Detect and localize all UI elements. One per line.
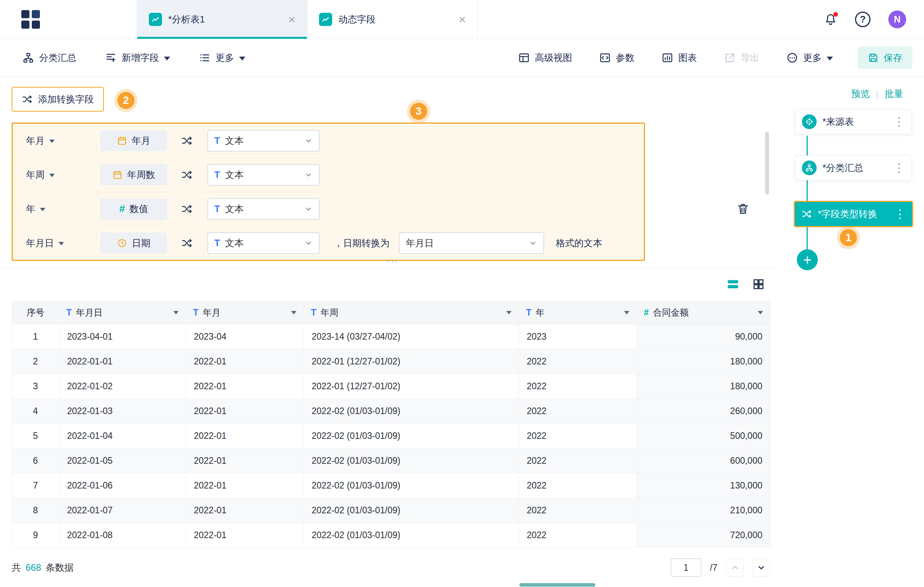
cell-week: 2022-02 (01/03-01/09) bbox=[304, 424, 519, 449]
tab-dynamic-fields[interactable]: 动态字段 × bbox=[307, 0, 478, 38]
cell-amount: 130,000 bbox=[637, 473, 771, 498]
delete-row-button[interactable] bbox=[736, 200, 753, 217]
vertical-scrollbar-thumb[interactable] bbox=[765, 132, 769, 195]
batch-link[interactable]: 批量 bbox=[884, 88, 903, 100]
shuffle-icon bbox=[181, 237, 193, 249]
tab-analysis-sheet[interactable]: *分析表1 × bbox=[137, 0, 307, 38]
data-table: 序号 T年月日 T年月 T年周 T年 #合同金额 1 2023-04-01 20… bbox=[12, 301, 770, 548]
date-format-select[interactable]: 年月日 bbox=[399, 232, 544, 254]
filter-caret-icon[interactable] bbox=[291, 311, 297, 314]
page-down-button[interactable] bbox=[752, 559, 770, 577]
target-type-select[interactable]: T 文本 bbox=[207, 130, 320, 152]
cell-date: 2022-01-06 bbox=[59, 473, 186, 498]
cell-index: 4 bbox=[12, 399, 59, 424]
step-badge-1: 1 bbox=[840, 229, 857, 246]
cell-amount: 180,000 bbox=[637, 374, 771, 399]
top-tab-bar: *分析表1 × 动态字段 × ? N bbox=[0, 0, 924, 39]
add-transform-field-button[interactable]: 添加转换字段 bbox=[12, 87, 104, 112]
chevron-down-icon bbox=[164, 57, 170, 60]
field-select[interactable]: 年周 bbox=[26, 169, 100, 181]
calendar-icon bbox=[117, 136, 127, 146]
cell-date: 2022-01-07 bbox=[59, 498, 186, 523]
filter-caret-icon[interactable] bbox=[506, 311, 512, 314]
tab-label: *分析表1 bbox=[168, 13, 205, 26]
more-right-label: 更多 bbox=[803, 52, 822, 64]
text-type-icon: T bbox=[526, 307, 531, 318]
grid-view-toggle[interactable] bbox=[751, 277, 766, 292]
field-type-label: 年周数 bbox=[127, 169, 155, 181]
cell-year: 2022 bbox=[519, 399, 637, 424]
preview-link[interactable]: 预览 bbox=[851, 88, 870, 100]
target-type-select[interactable]: T 文本 bbox=[207, 232, 320, 254]
cell-month: 2022-01 bbox=[186, 424, 304, 449]
close-icon[interactable]: × bbox=[288, 13, 295, 26]
node-label: *来源表 bbox=[822, 116, 888, 128]
flow-node-type-conversion[interactable]: *字段类型转换 ⋮ bbox=[794, 201, 913, 227]
table-row: 8 2022-01-07 2022-01 2022-02 (01/03-01/0… bbox=[12, 498, 771, 523]
kebab-menu-icon[interactable]: ⋮ bbox=[893, 162, 905, 174]
field-name: 年周 bbox=[26, 169, 45, 181]
add-node-button[interactable]: + bbox=[797, 249, 818, 270]
chevron-down-icon bbox=[827, 57, 833, 60]
cell-index: 1 bbox=[12, 325, 59, 349]
date-convert-label: ，日期转换为 bbox=[334, 237, 390, 249]
panel-resize-handle[interactable]: ⋯ bbox=[372, 255, 415, 267]
more-right-button[interactable]: 更多 bbox=[786, 52, 833, 64]
notification-bell-icon[interactable] bbox=[824, 13, 837, 26]
add-field-button[interactable]: 新增字段 bbox=[105, 52, 170, 64]
column-header-date[interactable]: T年月日 bbox=[59, 301, 186, 325]
kebab-menu-icon[interactable]: ⋮ bbox=[894, 208, 906, 220]
chart-button[interactable]: 图表 bbox=[662, 52, 697, 64]
flow-node-group-summary[interactable]: *分类汇总 ⋮ bbox=[795, 155, 912, 180]
filter-caret-icon[interactable] bbox=[624, 311, 629, 314]
chevron-down-icon bbox=[304, 239, 313, 247]
cell-index: 2 bbox=[12, 349, 59, 374]
shuffle-icon bbox=[181, 203, 193, 215]
cell-date: 2022-01-01 bbox=[59, 349, 186, 374]
table-footer: 共 668 条数据 /7 bbox=[12, 558, 770, 578]
field-select[interactable]: 年 bbox=[26, 203, 100, 215]
text-type-icon: T bbox=[311, 307, 316, 318]
chevron-down-icon bbox=[304, 171, 313, 179]
cell-index: 9 bbox=[12, 523, 59, 548]
flow-node-source-table[interactable]: *来源表 ⋮ bbox=[795, 109, 912, 134]
filter-caret-icon[interactable] bbox=[173, 311, 179, 314]
kebab-menu-icon[interactable]: ⋮ bbox=[893, 116, 905, 128]
horizontal-scrollbar-thumb[interactable] bbox=[519, 583, 595, 587]
filter-caret-icon[interactable] bbox=[758, 311, 763, 314]
chevron-down-icon bbox=[304, 136, 313, 145]
avatar[interactable]: N bbox=[888, 10, 906, 28]
target-type-select[interactable]: T 文本 bbox=[207, 198, 320, 220]
cell-month: 2022-01 bbox=[186, 523, 304, 548]
column-header-amount[interactable]: #合同金额 bbox=[637, 301, 771, 325]
cell-year: 2022 bbox=[519, 498, 637, 523]
cell-amount: 720,000 bbox=[637, 523, 771, 548]
save-button[interactable]: 保存 bbox=[858, 47, 912, 69]
cell-week: 2022-02 (01/03-01/09) bbox=[304, 399, 519, 424]
clock-icon bbox=[117, 238, 127, 248]
close-icon[interactable]: × bbox=[459, 13, 466, 26]
target-type-value: 文本 bbox=[225, 237, 244, 249]
column-header-year[interactable]: T年 bbox=[519, 301, 637, 325]
page-input[interactable] bbox=[671, 558, 702, 577]
export-button[interactable]: 导出 bbox=[724, 52, 759, 64]
cell-year: 2022 bbox=[519, 523, 637, 548]
page-up-button[interactable] bbox=[726, 559, 744, 577]
grid-view-icon bbox=[752, 278, 765, 291]
list-view-icon bbox=[726, 277, 740, 291]
help-icon[interactable]: ? bbox=[855, 12, 871, 27]
cell-year: 2022 bbox=[519, 424, 637, 449]
toolbar-right: 高级视图 参数 图表 导出 更多 保存 bbox=[491, 47, 912, 69]
app-logo-icon[interactable] bbox=[21, 10, 40, 29]
params-button[interactable]: 参数 bbox=[599, 52, 634, 64]
column-header-week[interactable]: T年周 bbox=[304, 301, 519, 325]
target-type-select[interactable]: T 文本 bbox=[207, 164, 320, 186]
field-select[interactable]: 年月 bbox=[26, 135, 100, 147]
cell-month: 2022-01 bbox=[186, 374, 304, 399]
advanced-view-button[interactable]: 高级视图 bbox=[518, 52, 572, 64]
list-view-toggle[interactable] bbox=[726, 277, 740, 292]
group-summary-button[interactable]: 分类汇总 bbox=[22, 52, 76, 64]
field-select[interactable]: 年月日 bbox=[26, 237, 100, 249]
more-left-button[interactable]: 更多 bbox=[199, 52, 245, 64]
column-header-month[interactable]: T年月 bbox=[186, 301, 304, 325]
